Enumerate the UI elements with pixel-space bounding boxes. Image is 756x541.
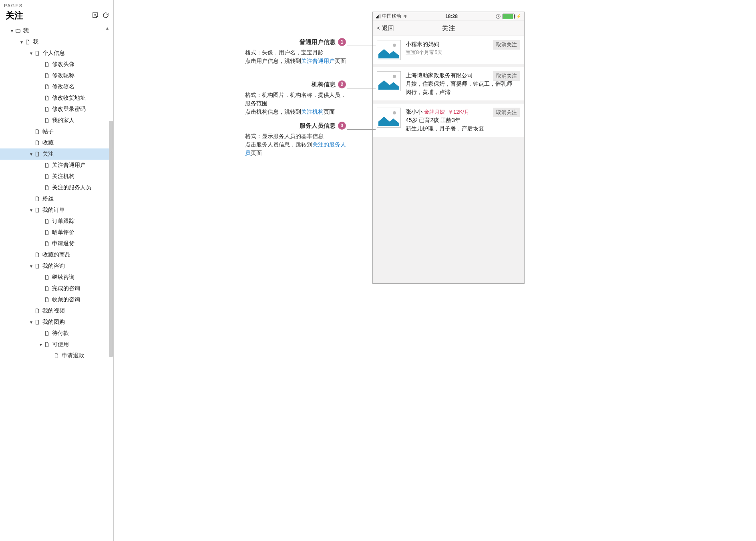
page-title: 关注 (6, 10, 23, 22)
tree-item-label: 修改头像 (52, 61, 74, 68)
status-time: 18:28 (445, 14, 458, 19)
tree-item-label: 我的订单 (42, 206, 65, 214)
tree-item-label: 我的家人 (52, 117, 74, 124)
tree-item[interactable]: ▼继续咨询 (0, 272, 113, 283)
badge-price: ￥12K/月 (448, 109, 469, 115)
tree-item-label: 申请退款 (62, 352, 84, 359)
signal-icon (376, 14, 380, 18)
tree-item[interactable]: ▼修改登录密码 (0, 104, 113, 115)
tree-item[interactable]: ▼关注机构 (0, 171, 113, 182)
toggle-icon[interactable]: ▼ (29, 320, 34, 325)
tree-item[interactable]: ▼我的视频 (0, 305, 113, 317)
carrier-label: 中国移动 (382, 13, 401, 20)
tree-item[interactable]: ▼关注 (0, 148, 113, 160)
tree-item[interactable]: ▼修改头像 (0, 59, 113, 70)
tree-item[interactable]: ▼申请退货 (0, 238, 113, 249)
unfollow-button[interactable]: 取消关注 (493, 108, 520, 117)
annotation-link[interactable]: 关注普通用户 (301, 58, 335, 64)
annotation-desc: 格式：机构图片，机构名称，提供人员，服务范围点击机构信息，跳转到关注机构页面 (245, 91, 346, 116)
tree-item[interactable]: ▼订单跟踪 (0, 216, 113, 227)
battery-icon (503, 14, 515, 19)
tree-item[interactable]: ▼我的咨询 (0, 260, 113, 272)
wifi-icon (403, 14, 408, 19)
follow-sub: 闵行，黄埔，卢湾 (406, 88, 520, 96)
annotation: 服务人员信息3格式：显示服务人员的基本信息点击服务人员信息，跳转到关注的服务人员… (238, 122, 346, 157)
toggle-icon[interactable]: ▼ (29, 152, 34, 156)
tree-item-label: 关注 (42, 150, 54, 158)
annotation-desc: 格式：头像，用户名，宝宝月龄点击用户信息，跳转到关注普通用户页面 (245, 48, 346, 65)
tree-item-label: 收藏的商品 (42, 251, 70, 258)
tree-item[interactable]: ▼关注的服务人员 (0, 182, 113, 193)
page-tree[interactable]: ▴ ▼我▼我▼个人信息▼修改头像▼修改昵称▼修改签名▼修改收货地址▼修改登录密码… (0, 25, 113, 540)
tree-item-label: 修改签名 (52, 83, 74, 90)
toggle-icon[interactable]: ▼ (29, 264, 34, 268)
tree-item[interactable]: ▼待付款 (0, 328, 113, 339)
annotation-connector (347, 129, 376, 130)
unfollow-button[interactable]: 取消关注 (493, 71, 520, 81)
follow-sub: 新生儿护理，月子餐，产后恢复 (406, 124, 520, 133)
phone-content[interactable]: 小糯米的妈妈宝宝8个月零5天取消关注上海博助家政服务有限公司月嫂，住家保姆，育婴… (373, 36, 524, 283)
toggle-icon[interactable]: ▼ (19, 40, 24, 44)
tree-item-label: 完成的咨询 (52, 285, 80, 292)
tree-item[interactable]: ▼收藏 (0, 137, 113, 148)
sidebar-scrollbar[interactable] (109, 26, 113, 541)
avatar-placeholder (377, 71, 401, 91)
follow-item[interactable]: 小糯米的妈妈宝宝8个月零5天取消关注 (373, 36, 524, 64)
tree-item-label: 待付款 (52, 330, 69, 337)
tree-item[interactable]: ▼申请退款 (0, 350, 113, 361)
annotation-link[interactable]: 关注机构 (301, 108, 324, 115)
tree-item[interactable]: ▼帖子 (0, 126, 113, 137)
annotation-title: 机构信息 (312, 81, 336, 88)
tree-item[interactable]: ▼收藏的商品 (0, 249, 113, 260)
tree-item[interactable]: ▼可使用 (0, 339, 113, 350)
tree-item-label: 关注的服务人员 (52, 184, 91, 191)
tree-item[interactable]: ▼我的团购 (0, 317, 113, 328)
follow-sub: 45岁 已育2孩 工龄3年 (406, 116, 520, 124)
annotation-connector (347, 46, 376, 46)
tree-item[interactable]: ▼收藏的咨询 (0, 294, 113, 305)
tree-item[interactable]: ▼粉丝 (0, 193, 113, 204)
tree-item-label: 修改登录密码 (52, 106, 86, 113)
export-icon[interactable] (92, 12, 99, 20)
annotation-desc: 格式：显示服务人员的基本信息点击服务人员信息，跳转到关注的服务人员页面 (245, 132, 346, 157)
tree-item-label: 我 (33, 38, 38, 46)
annotation-number: 3 (338, 122, 346, 130)
tree-item-label: 帖子 (42, 128, 54, 135)
tree-item[interactable]: ▼修改签名 (0, 81, 113, 92)
tree-item[interactable]: ▼我的订单 (0, 204, 113, 216)
tree-item[interactable]: ▼我 (0, 36, 113, 48)
pages-section-label: PAGES (0, 0, 113, 10)
sidebar-scrollbar-thumb[interactable] (109, 121, 113, 357)
tree-item[interactable]: ▼修改昵称 (0, 70, 113, 81)
follow-item[interactable]: 张小小金牌月嫂￥12K/月45岁 已育2孩 工龄3年新生儿护理，月子餐，产后恢复… (373, 104, 524, 137)
tree-item[interactable]: ▼个人信息 (0, 48, 113, 59)
annotation-number: 2 (338, 80, 346, 88)
unfollow-button[interactable]: 取消关注 (493, 40, 520, 50)
toggle-icon[interactable]: ▼ (38, 343, 43, 347)
tree-item-label: 申请退货 (52, 240, 74, 247)
toggle-icon[interactable]: ▼ (29, 208, 34, 212)
toggle-icon[interactable]: ▼ (10, 29, 14, 33)
tree-item-label: 订单跟踪 (52, 218, 74, 225)
toggle-icon[interactable]: ▼ (29, 51, 34, 56)
tree-item-label: 继续咨询 (52, 274, 74, 281)
follow-item[interactable]: 上海博助家政服务有限公司月嫂，住家保姆，育婴师，钟点工，催乳师闵行，黄埔，卢湾取… (373, 67, 524, 100)
tree-item[interactable]: ▼关注普通用户 (0, 160, 113, 171)
annotation-link[interactable]: 关注的服务人员 (245, 141, 346, 156)
follow-sub: 月嫂，住家保姆，育婴师，钟点工，催乳师 (406, 80, 520, 88)
page-title-row: 关注 (0, 10, 113, 25)
svg-marker-3 (378, 117, 399, 126)
sync-icon (495, 14, 501, 19)
annotation-title: 服务人员信息 (300, 122, 336, 130)
back-button[interactable]: < 返回 (377, 24, 394, 32)
tree-item[interactable]: ▼晒单评价 (0, 227, 113, 238)
tree-item[interactable]: ▼修改收货地址 (0, 92, 113, 104)
tree-item[interactable]: ▼我的家人 (0, 115, 113, 126)
tree-item[interactable]: ▼我 (0, 25, 113, 36)
annotation-title: 普通用户信息 (300, 38, 336, 46)
nav-title: 关注 (442, 24, 455, 33)
tree-item[interactable]: ▼完成的咨询 (0, 283, 113, 294)
refresh-icon[interactable] (102, 12, 109, 20)
avatar-placeholder (377, 108, 401, 128)
sidebar: PAGES 关注 ▴ ▼我▼我▼个人信息▼修改头像▼修改昵称▼修改签名▼修改收货… (0, 0, 114, 541)
